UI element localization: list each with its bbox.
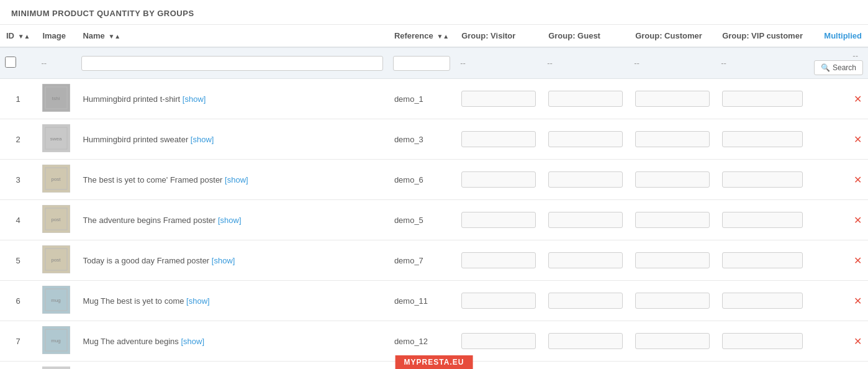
delete-button[interactable]: ✕ <box>854 295 862 307</box>
col-header-customer: Group: Customer <box>629 25 716 47</box>
filter-row: -- -- -- -- <box>0 47 868 79</box>
filter-name-cell <box>76 47 387 79</box>
customer-qty-input[interactable] <box>635 131 710 147</box>
delete-button[interactable]: ✕ <box>854 255 862 266</box>
product-ref: demo_11 <box>388 281 455 321</box>
product-id: 2 <box>0 119 36 160</box>
svg-text:swea: swea <box>50 136 62 142</box>
product-show-link[interactable]: [show] <box>212 256 235 265</box>
col-header-name[interactable]: Name ▼▲ <box>76 25 387 47</box>
product-visitor-qty <box>455 160 542 200</box>
filter-name-input[interactable] <box>81 56 382 71</box>
search-button[interactable]: 🔍 Search <box>814 60 863 75</box>
product-image: tshi <box>36 79 76 119</box>
visitor-qty-input[interactable] <box>461 333 536 349</box>
guest-qty-input[interactable] <box>548 333 623 349</box>
col-header-guest: Group: Guest <box>542 25 629 47</box>
product-image: mug <box>36 281 76 321</box>
visitor-qty-input[interactable] <box>461 131 536 147</box>
product-ref: demo_3 <box>388 119 455 160</box>
col-header-visitor: Group: Visitor <box>455 25 542 47</box>
product-show-link[interactable]: [show] <box>186 296 210 306</box>
product-name: Mug The best is yet to come [show] <box>76 281 387 321</box>
col-header-image: Image <box>36 25 76 47</box>
product-guest-qty <box>542 200 629 240</box>
product-customer-qty <box>629 321 716 362</box>
product-show-link[interactable]: [show] <box>225 175 248 184</box>
delete-button[interactable]: ✕ <box>854 134 862 145</box>
product-name: The best is yet to come' Framed poster [… <box>76 160 387 200</box>
filter-ref-input[interactable] <box>393 56 450 71</box>
product-delete: ✕ <box>809 321 868 362</box>
svg-text:post: post <box>52 257 61 263</box>
table-row: 3 post The best is yet to come' Framed p… <box>0 160 868 200</box>
vip-qty-input[interactable] <box>722 91 803 107</box>
product-guest-qty <box>542 119 629 160</box>
guest-qty-input[interactable] <box>548 171 623 188</box>
product-show-link[interactable]: [show] <box>218 216 242 225</box>
visitor-qty-input[interactable] <box>461 252 536 268</box>
customer-qty-input[interactable] <box>635 293 710 309</box>
col-header-reference[interactable]: Reference ▼▲ <box>388 25 455 47</box>
name-sort-icon: ▼▲ <box>108 33 120 40</box>
product-image: post <box>36 200 76 240</box>
filter-vip-cell: -- <box>716 47 809 79</box>
guest-qty-input[interactable] <box>548 91 623 107</box>
product-show-link[interactable]: [show] <box>181 337 204 346</box>
visitor-qty-input[interactable] <box>461 212 536 228</box>
product-name <box>76 362 387 370</box>
delete-button[interactable]: ✕ <box>854 335 862 347</box>
vip-qty-input[interactable] <box>722 252 803 268</box>
table-row: 6 mug Mug The best is yet to come [show]… <box>0 281 868 321</box>
product-show-link[interactable]: [show] <box>191 135 214 144</box>
col-header-id[interactable]: ID ▼▲ <box>0 25 36 47</box>
product-id: 6 <box>0 281 36 321</box>
table-header-row: ID ▼▲ Image Name ▼▲ Reference ▼▲ <box>0 25 868 47</box>
product-image: item <box>36 362 76 370</box>
page-title: MINIMUM PRODUCT QUANTITY BY GROUPS <box>0 0 868 25</box>
product-name: Mug The adventure begins [show] <box>76 321 387 362</box>
product-name: Hummingbird printed sweater [show] <box>76 119 387 160</box>
filter-id-checkbox[interactable] <box>5 57 16 68</box>
product-image: post <box>36 160 76 200</box>
customer-qty-input[interactable] <box>635 91 710 107</box>
guest-qty-input[interactable] <box>548 212 623 228</box>
delete-button[interactable]: ✕ <box>854 174 862 186</box>
product-guest-qty <box>542 321 629 362</box>
product-image: mug <box>36 321 76 362</box>
product-show-link[interactable]: [show] <box>183 94 206 104</box>
product-customer-qty <box>629 79 716 119</box>
vip-qty-input[interactable] <box>722 171 803 188</box>
product-delete: ✕ <box>809 281 868 321</box>
product-list: 1 tshi Hummingbird printed t-shirt [show… <box>0 79 868 370</box>
vip-qty-input[interactable] <box>722 333 803 349</box>
guest-qty-input[interactable] <box>548 293 623 309</box>
delete-button[interactable]: ✕ <box>854 214 862 226</box>
vip-qty-input[interactable] <box>722 212 803 228</box>
visitor-qty-input[interactable] <box>461 91 536 107</box>
product-id: 7 <box>0 321 36 362</box>
vip-qty-input[interactable] <box>722 131 803 147</box>
svg-text:mug: mug <box>52 338 61 344</box>
col-header-multiplied: Multiplied <box>809 25 868 47</box>
product-guest-qty <box>542 160 629 200</box>
product-vip-qty <box>716 200 809 240</box>
delete-button[interactable]: ✕ <box>854 93 862 105</box>
filter-ref-cell <box>388 47 455 79</box>
customer-qty-input[interactable] <box>635 212 710 228</box>
product-guest-qty <box>542 362 629 370</box>
customer-qty-input[interactable] <box>635 252 710 268</box>
product-vip-qty <box>716 119 809 160</box>
vip-qty-input[interactable] <box>722 293 803 309</box>
product-id: 5 <box>0 240 36 281</box>
product-id: 1 <box>0 79 36 119</box>
table-row: 4 post The adventure begins Framed poste… <box>0 200 868 240</box>
product-visitor-qty <box>455 79 542 119</box>
guest-qty-input[interactable] <box>548 252 623 268</box>
guest-qty-input[interactable] <box>548 131 623 147</box>
customer-qty-input[interactable] <box>635 171 710 188</box>
customer-qty-input[interactable] <box>635 333 710 349</box>
product-delete: ✕ <box>809 160 868 200</box>
visitor-qty-input[interactable] <box>461 293 536 309</box>
visitor-qty-input[interactable] <box>461 171 536 188</box>
